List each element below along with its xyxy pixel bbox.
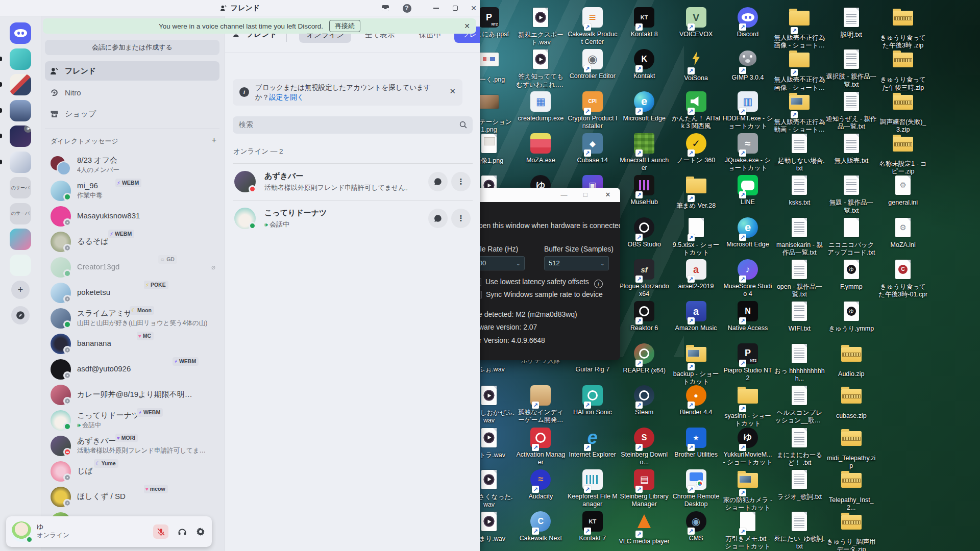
desktop-icon-moza-exe[interactable]: MoZA.exe [515, 132, 566, 164]
desktop-icon-syasinn-folder[interactable]: ↗syasinn - ショートカット [722, 384, 773, 428]
desktop-icon-voicevox[interactable]: V↗VOICEVOX [671, 6, 722, 38]
add-server-button[interactable]: + [11, 281, 30, 299]
desktop-icon-zip-archive[interactable]: きゅうり食ってた午後三時.zip [877, 48, 928, 92]
desktop-icon-kontakt-8[interactable]: KT↗Kontakt 8 [619, 6, 670, 38]
desktop-icon-norton-360[interactable]: ✓↗ノートン 360 [671, 132, 722, 164]
desktop-icon-folder-shortcut[interactable]: ↗無人販売不正行為画像 - ショートカッ... [774, 48, 825, 92]
open-when-connected-checkbox[interactable]: Open this window when hardware is connec… [461, 221, 620, 230]
dm-item[interactable]: poketetsu⚡ POKE [45, 281, 219, 305]
server-icon[interactable] [10, 48, 31, 70]
desktop-icon-blender[interactable]: ●↗Blender 4.4 [671, 384, 722, 416]
desktop-icon-zip-archive[interactable]: Audio.zip [826, 342, 877, 378]
desktop-icon-xlsx-shortcut[interactable]: ↗9.5.xlsx - ショートカット [671, 216, 722, 257]
nav-ショップ[interactable]: ショップ [45, 104, 219, 123]
server-icon[interactable] [10, 255, 31, 276]
desktop-icon-cakewalk-product-center[interactable]: ≡↗Cakewalk Product Center [567, 6, 618, 46]
desktop-icon-text-file[interactable]: _起動しない場合. txt [774, 132, 825, 173]
desktop-icon-text-file[interactable]: まにまにわーるど！ .txt [774, 427, 825, 467]
desktop-icon-text-file[interactable]: 無人販売.txt [826, 132, 877, 165]
desktop-icon-obs-studio[interactable]: ↗OBS Studio [619, 216, 670, 248]
desktop-icon-folder-shortcut[interactable]: ↗無人販売不正行為画像 - ショートカッ... [774, 6, 825, 50]
dm-add-icon[interactable]: + [212, 136, 216, 145]
message-button[interactable] [428, 209, 448, 228]
message-button[interactable] [428, 172, 448, 191]
explore-servers-button[interactable] [11, 306, 30, 324]
desktop-icon-steinberg-download-assistant[interactable]: S↗Steinberg Downlo... [619, 427, 670, 467]
desktop-icon-text-file[interactable]: open - 親作品一覧.txt [774, 258, 825, 299]
desktop-icon-activation-manager[interactable]: ↗Activation Manager [515, 427, 566, 467]
desktop-icon-audio-file[interactable]: 答え知っててもむずいわこれ.wav [515, 48, 566, 89]
desktop-icon-controller-editor[interactable]: ◉↗Controller Editor [567, 48, 618, 80]
buffer-size-dropdown[interactable]: 512⌄ [544, 256, 609, 270]
desktop-icon-camera-folder[interactable]: ↗家の防犯カメラ - ショートカット [722, 468, 773, 512]
desktop-icon-cubase-14[interactable]: ◆↗Cubase 14 [567, 132, 618, 164]
desktop-icon-backup-folder[interactable]: ↗backup - ショートカット [671, 342, 722, 386]
desktop-icon-vlc-media-player[interactable]: ↗VLC media player [619, 510, 670, 545]
desktop-icon-amazon-music[interactable]: a↗Amazon Music [671, 300, 722, 332]
desktop-icon-keepforest-file-manager[interactable]: ↗Keepforest File Manager [567, 468, 618, 509]
desktop-icon-halion-sonic[interactable]: ↗HALion Sonic [567, 384, 618, 416]
dm-item[interactable]: スライムアミサ☾ Moon山田と山田が好き(山田リョウと笑う4体の山) [45, 306, 219, 331]
settings-gear-button[interactable] [193, 524, 208, 539]
desktop-icon-text-file[interactable]: WIFI.txt [774, 300, 825, 333]
mic-muted-button[interactable] [153, 524, 168, 539]
desktop-icon-createdump-exe[interactable]: ▦createdump.exe [515, 90, 566, 122]
desktop-icon-audio-file[interactable]: 新規エクスポート.wav [515, 6, 566, 47]
desktop-icon-reaper[interactable]: ↗REAPER (x64) [619, 342, 670, 374]
desktop-icon-zip-archive[interactable]: Telepathy_Inst_2... [826, 468, 877, 512]
desktop-icon-gimp[interactable]: ↗GIMP 3.0.4 [722, 48, 773, 82]
desktop-icon-text-file[interactable]: ksks.txt [774, 174, 825, 207]
server-icon[interactable]: 🕪 [10, 126, 31, 147]
desktop-icon-folder-shortcut[interactable]: ↗無人販売不正行為動画 - ショートカッ... [774, 90, 825, 134]
dm-item[interactable]: Masayukisnow831 [45, 204, 219, 229]
banner-close-icon[interactable]: ✕ [464, 22, 470, 30]
dm-item[interactable]: bananana♥ MC [45, 332, 219, 356]
desktop-icon-musehub[interactable]: ↗MuseHub [619, 174, 670, 206]
dm-item[interactable]: 8/23 オフ会4人のメンバー [45, 153, 219, 178]
reconnect-button[interactable]: 再接続 [329, 20, 360, 32]
desktop-icon-ymmp-file[interactable]: ゆきゅうり.ymmp [826, 300, 877, 333]
desktop-icon-indie-game-cat[interactable]: ↗孤独なインディーゲーム開発者の一生 ... [515, 384, 566, 424]
dm-item[interactable]: るるそば⚡ WEBM [45, 230, 219, 254]
desktop-icon-voisona[interactable]: ↗VoiSona [671, 48, 722, 82]
join-create-conversation-button[interactable]: 会話に参加または作成する [45, 40, 219, 55]
nav-フレンド[interactable]: フレンド [45, 61, 219, 81]
server-icon[interactable] [10, 229, 31, 250]
desktop-icon-cms[interactable]: ◉↗CMS [671, 510, 722, 542]
desktop-icon-cpr-file[interactable]: Cきゅうり食ってた午後3時-01.cpr [877, 258, 928, 299]
server-icon[interactable] [10, 74, 31, 95]
minimize-button[interactable] [429, 0, 443, 16]
dialog-close-button[interactable]: ✕ [600, 188, 616, 202]
dm-item[interactable]: Creator13gd☺ GD⌀ [45, 255, 219, 280]
desktop-icon-text-file[interactable]: 説明.txt [826, 6, 877, 39]
dialog-minimize-button[interactable]: — [556, 188, 572, 202]
more-options-button[interactable]: ⋮ [451, 172, 471, 191]
dm-item[interactable]: asdf@yuto0926⚡ WEBM [45, 357, 219, 382]
desktop-icon-yukkuri-movie-maker[interactable]: ゆ↗YukkuriMovieM... - ショートカット [722, 427, 773, 467]
server-icon[interactable] [10, 152, 31, 173]
desktop-icon-kontakt[interactable]: K↗Kontakt [619, 48, 670, 80]
server-icon[interactable]: のサーバ [10, 177, 31, 198]
desktop-icon-zip-archive[interactable]: 調声練習(失敗)_3.zip [877, 90, 928, 134]
desktop-icon-jquake[interactable]: ≈↗JQuake.exe - ショートカット [722, 132, 773, 172]
desktop-icon-zip-archive[interactable]: cubase.zip [826, 384, 877, 420]
lowest-latency-checkbox[interactable]: Use lowest latency safety offsetsi [474, 278, 603, 288]
desktop-icon-chrome-remote-desktop[interactable]: ↗Chrome Remote Desktop [671, 468, 722, 509]
dialog-maximize-button[interactable]: □ [578, 188, 593, 202]
dm-item[interactable]: カレー卯丼@8/19より期限不明活動... [45, 383, 219, 407]
dm-item[interactable]: あずきバー♥ MORI活動者様以外原則フレンド申請許可してません。 [45, 434, 219, 458]
more-options-button[interactable]: ⋮ [451, 209, 471, 228]
desktop-icon-zip-archive[interactable]: 名称未設定1 - コピー.zip [877, 132, 928, 176]
desktop-icon-text-file[interactable]: 選択肢 - 親作品一覧.txt [826, 48, 877, 89]
desktop-icon-text-file[interactable]: 死にたい_ゆ歌詞.txt [774, 510, 825, 551]
desktop-icon-crypton-product-installer[interactable]: CPI↗Crypton Product Installer [567, 90, 618, 131]
desktop-icon-piapro-studio-nt2[interactable]: PNT2↗Piapro Studio NT2 [722, 342, 773, 383]
desktop-icon-plogue-sforzando[interactable]: sf↗Plogue sforzando x64 [619, 258, 670, 298]
nav-Nitro[interactable]: Nitro [45, 83, 219, 102]
desktop-icon-ini-file[interactable]: ⚙general.ini [877, 174, 928, 207]
server-icon[interactable]: のサーバ [10, 203, 31, 224]
desktop-icon-native-access[interactable]: N↗Native Access [722, 300, 773, 332]
desktop-icon-memo-shortcut[interactable]: ↗万引きメモ.txt - ショートカット [722, 510, 773, 551]
desktop-icon-zip-archive[interactable]: midi_Telepathy.zip [826, 427, 877, 470]
desktop-icon-microsoft-edge[interactable]: e↗Microsoft Edge [619, 90, 670, 122]
